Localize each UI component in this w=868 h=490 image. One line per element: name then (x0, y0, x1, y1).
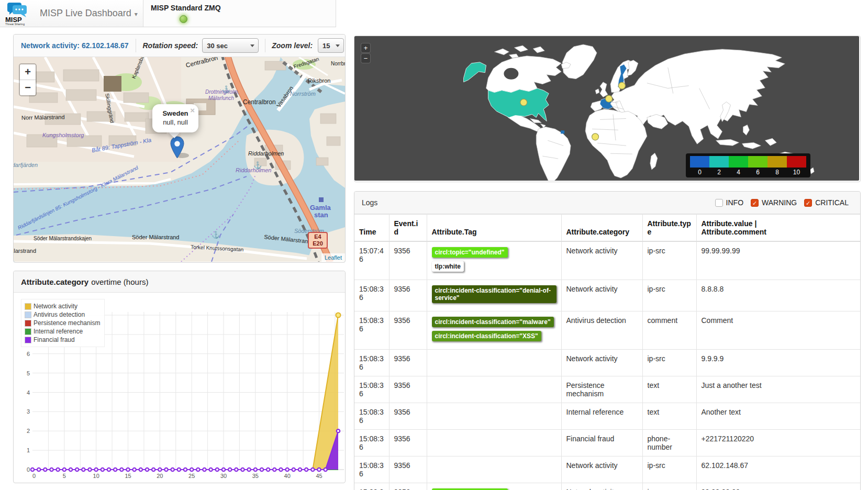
svg-text:10: 10 (93, 473, 99, 479)
svg-text:Riddarholmen: Riddarholmen (248, 150, 284, 157)
log-event-id: 9356 (389, 311, 427, 350)
legend-tick: 4 (729, 168, 748, 176)
log-event-id: 9356 (389, 350, 427, 376)
log-value: 8.8.8.8 (696, 280, 860, 311)
filter-checkbox-critical[interactable]: ✓ (804, 199, 812, 207)
table-row: 15:07:469356circl:topic="undefined"tlp:w… (354, 241, 860, 280)
event-dot-western-europe[interactable] (606, 95, 613, 102)
nav-dropdown-label: MISP Live Dashboard (40, 8, 131, 18)
table-row: 15:08:369356Financial fraudphone-number+… (354, 430, 860, 456)
log-time: 15:08:36 (354, 456, 389, 483)
misp-dashboard-page: MISP Threat Sharing MISP Live Dashboard▾… (0, 0, 868, 490)
event-dot-sweden[interactable] (618, 82, 625, 89)
chart-title-rest: overtime (hours) (91, 277, 148, 286)
table-row: 15:08:369356Network activityip-src9.9.9.… (354, 350, 860, 376)
world-zoom-in-button[interactable]: + (361, 43, 370, 52)
legend-swatch (25, 328, 31, 335)
filter-label-warning: WARNING (762, 198, 797, 207)
event-dot-united-states[interactable] (520, 99, 527, 106)
legend-cell (748, 156, 767, 168)
svg-text:Kungsholmstorg: Kungsholmstorg (42, 132, 84, 138)
svg-text:0: 0 (32, 473, 36, 479)
osm-map-tiles: ⚓ ⚓ ⚓ Centralbron Norr Mälarstrand Kungs… (14, 57, 345, 262)
legend-item: Internal reference (25, 327, 100, 336)
log-category: Internal reference (561, 403, 642, 430)
legend-tick: 6 (748, 168, 767, 176)
svg-text:Söder Mälarstrandskajen: Söder Mälarstrandskajen (34, 236, 92, 241)
zoom-level-select[interactable]: 15 (318, 38, 344, 53)
rotation-speed-select[interactable]: 30 sec (202, 38, 259, 53)
column-header: Event.id (389, 215, 427, 242)
attribute-tag: circl:topic="undefined" (432, 247, 508, 258)
svg-text:0: 0 (27, 466, 30, 473)
legend-swatch (25, 303, 31, 310)
log-time: 15:08:36 (354, 430, 389, 456)
log-tags (427, 350, 561, 376)
column-header: Attribute.category (561, 215, 642, 242)
leaflet-attribution-link[interactable]: Leaflet (321, 253, 345, 262)
nav-dropdown-live-dashboard[interactable]: MISP Live Dashboard▾ (40, 0, 138, 27)
logs-panel: Logs INFO✓WARNING✓CRITICAL TimeEvent.idA… (354, 191, 861, 490)
map-zoom-out-button[interactable]: − (20, 80, 36, 95)
log-tags: circl:topic="undefined"tlp:white (427, 241, 561, 280)
log-type: ip-src (642, 350, 696, 376)
zoom-level-label: Zoom level: (265, 41, 317, 50)
log-time: 15:08:36 (354, 483, 389, 490)
log-type: ip-src (642, 483, 696, 490)
filter-checkbox-info[interactable] (715, 199, 723, 207)
svg-text:4: 4 (27, 389, 30, 396)
logs-table: TimeEvent.idAttribute.TagAttribute.categ… (354, 214, 860, 490)
attribute-category-chart-panel: Attribute.category overtime (hours) Netw… (13, 271, 346, 483)
log-tags: circl:incident-classification="denial-of… (427, 280, 561, 311)
svg-text:Centralbron: Centralbron (243, 98, 276, 106)
svg-text:Riksbron: Riksbron (308, 77, 330, 84)
tab-misp-standard-zmq[interactable]: MISP Standard ZMQ (143, 0, 336, 27)
log-tags (427, 376, 561, 403)
world-zoom-control: + − (361, 43, 370, 64)
log-tags: circl:topic="undefined"tlp:white (427, 483, 561, 490)
log-event-id: 9356 (389, 456, 427, 483)
svg-text:Söder Mälarstrand: Söder Mälarstrand (132, 234, 180, 240)
legend-cell (709, 156, 729, 168)
table-row: 15:08:369356Network activityip-src62.102… (354, 456, 860, 483)
filter-label-critical: CRITICAL (815, 198, 849, 207)
log-event-id: 9356 (389, 403, 427, 430)
legend-tick: 0 (690, 168, 709, 176)
log-type: text (642, 403, 696, 430)
legend-label: Internal reference (34, 328, 83, 335)
svg-text:45: 45 (316, 473, 322, 479)
legend-label: Antivirus detection (34, 311, 85, 318)
log-event-id: 9356 (389, 241, 427, 280)
map-zoom-in-button[interactable]: + (20, 64, 36, 80)
filter-checkbox-warning[interactable]: ✓ (751, 199, 759, 207)
column-header: Attribute.value | Attribute.comment (696, 215, 860, 242)
legend-item: Persistence mechanism (25, 319, 100, 327)
logs-title: Logs (362, 198, 377, 207)
log-value: 99.99.99.99 (696, 483, 860, 490)
leaflet-map[interactable]: ⚓ ⚓ ⚓ Centralbron Norr Mälarstrand Kungs… (14, 57, 345, 262)
event-dot-senegal[interactable] (592, 133, 599, 140)
log-value: Comment (696, 311, 860, 350)
log-type: ip-src (642, 280, 696, 311)
legend-cell (729, 156, 748, 168)
misp-logo-icon: MISP Threat Sharing (4, 1, 34, 26)
log-event-id: 9356 (389, 280, 427, 311)
svg-text:Gamla: Gamla (310, 204, 331, 211)
log-time: 15:08:36 (354, 280, 389, 311)
rotation-speed-label: Rotation speed: (136, 41, 202, 50)
svg-text:Riddarholmen: Riddarholmen (236, 167, 271, 173)
svg-text:40: 40 (284, 473, 291, 479)
anchor-icon: ⚓ (212, 230, 220, 239)
legend-cell (767, 156, 787, 168)
log-category: Network activity (561, 350, 642, 376)
log-value: 9.9.9.9 (696, 350, 860, 376)
chart-panel-header: Attribute.category overtime (hours) (14, 271, 345, 293)
map-panel-header: Network activity: 62.102.148.67 Rotation… (14, 35, 345, 57)
log-value: 99.99.99.99 (696, 241, 860, 280)
log-time: 15:08:36 (354, 311, 389, 350)
road-ref-badge: E4 E20 (308, 232, 328, 249)
world-map[interactable]: + − 0246810 (354, 36, 859, 181)
world-zoom-out-button[interactable]: − (361, 54, 370, 63)
popup-close-icon[interactable]: × (190, 106, 195, 115)
tab-label: MISP Standard ZMQ (151, 4, 221, 12)
